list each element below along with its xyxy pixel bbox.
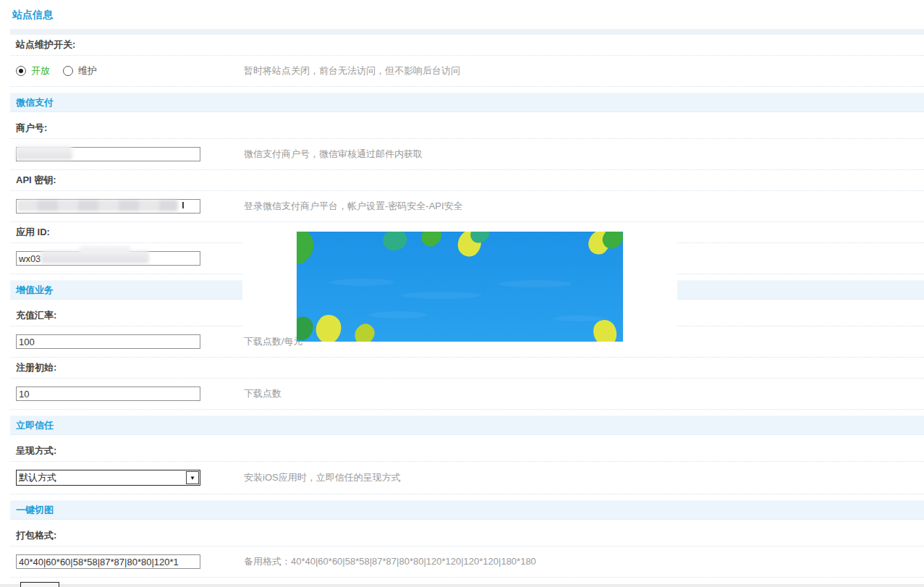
site-switch-help: 暂时将站点关闭，前台无法访问，但不影响后台访问 (244, 64, 460, 77)
display-mode-row: 默认方式 ▼ 安装iOS应用时，立即信任的呈现方式 (10, 462, 924, 494)
pack-format-input-wrap (16, 554, 200, 569)
pack-format-label: 打包格式: (10, 525, 924, 546)
bottom-strip (0, 584, 924, 587)
app-id-input-wrap (16, 251, 200, 266)
redaction-blur (17, 200, 178, 211)
site-switch-label: 站点维护开关: (10, 35, 924, 56)
merchant-id-label: 商户号: (10, 118, 924, 139)
api-key-row: 登录微信支付商户平台，帐户设置-密码安全-API安全 (10, 191, 924, 222)
redaction-artifact (182, 202, 184, 208)
display-mode-help: 安装iOS应用时，立即信任的呈现方式 (244, 471, 401, 484)
site-switch-row: 开放 维护 暂时将站点关闭，前台无法访问，但不影响后台访问 (10, 56, 924, 87)
section-one-key-cut: 一键切图 (10, 500, 924, 520)
register-initial-input[interactable] (16, 387, 200, 401)
api-key-label: API 密钥: (10, 170, 924, 191)
merchant-id-input-wrap (16, 147, 200, 161)
save-button-partial[interactable] (20, 582, 59, 587)
api-key-help: 登录微信支付商户平台，帐户设置-密码安全-API安全 (244, 200, 463, 213)
radio-open-icon[interactable] (16, 66, 26, 76)
merchant-id-row: 微信支付商户号，微信审核通过邮件内获取 (10, 139, 924, 170)
register-initial-row: 下载点数 (10, 379, 924, 410)
display-mode-label: 呈现方式: (10, 441, 924, 462)
chevron-down-icon[interactable]: ▼ (186, 471, 199, 484)
redaction-blur (80, 246, 130, 253)
register-initial-input-wrap (16, 387, 200, 401)
display-mode-selected-value: 默认方式 (17, 471, 186, 484)
radio-maintain-icon[interactable] (63, 66, 73, 76)
header-divider-band (10, 29, 924, 35)
leaf-sky-banner-image (297, 232, 623, 342)
radio-open[interactable]: 开放 (16, 64, 50, 77)
section-trust-now: 立即信任 (10, 415, 924, 435)
radio-maintain-label: 维护 (78, 64, 97, 77)
merchant-id-help: 微信支付商户号，微信审核通过邮件内获取 (244, 148, 423, 161)
pack-format-row: 备用格式：40*40|60*60|58*58|87*87|80*80|120*1… (10, 546, 924, 578)
section-wechat-pay: 微信支付 (10, 93, 924, 112)
pack-format-input[interactable] (16, 554, 200, 569)
api-key-input-wrap (16, 199, 200, 214)
recharge-rate-input[interactable] (16, 334, 200, 349)
display-mode-select[interactable]: 默认方式 ▼ (16, 470, 200, 486)
pack-format-help: 备用格式：40*40|60*60|58*58|87*87|80*80|120*1… (244, 555, 536, 568)
recharge-rate-input-wrap (16, 334, 200, 349)
radio-maintain[interactable]: 维护 (63, 64, 97, 77)
page-title: 站点信息 (0, 0, 924, 29)
radio-open-label: 开放 (31, 64, 50, 77)
register-initial-help: 下载点数 (244, 387, 281, 400)
redaction-blur (16, 145, 72, 160)
register-initial-label: 注册初始: (10, 358, 924, 379)
